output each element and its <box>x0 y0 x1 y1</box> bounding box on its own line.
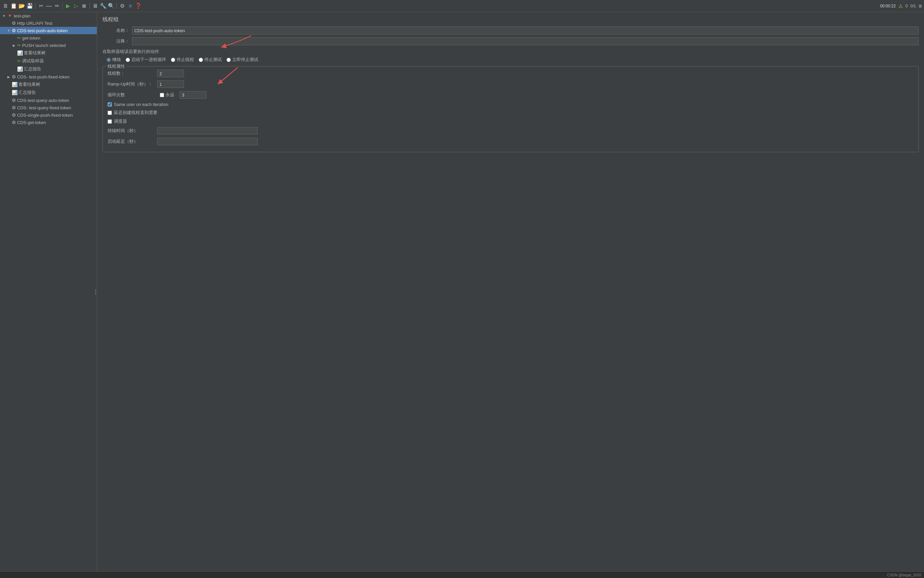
gear-icon: ⚙ <box>12 28 16 33</box>
sep4 <box>117 3 117 10</box>
list-icon[interactable]: ≡ <box>127 2 134 10</box>
sidebar-item-cds-push-fixed[interactable]: ▶ ⚙ CDS- test-push-fixed-token <box>0 73 97 80</box>
comment-row: 注释： <box>102 37 919 45</box>
expand-icon: ▼ <box>2 14 6 18</box>
forever-label[interactable]: 永远 <box>165 92 174 98</box>
sidebar-item-label: 调试取样器 <box>22 58 95 64</box>
thread-props-group: 线程属性 线程数： Ramp-Up时间（秒）： 循环次数 永远 <box>102 66 919 152</box>
same-user-checkbox[interactable] <box>108 102 112 107</box>
chart-icon: 📊 <box>17 50 23 56</box>
help-icon[interactable]: ❓ <box>135 2 142 10</box>
run-selected-icon[interactable]: ▷ <box>72 2 80 10</box>
name-label: 名称： <box>102 28 129 34</box>
function-icon[interactable]: 🔧 <box>99 2 107 10</box>
sidebar-item-view-results2[interactable]: 📊 查看结果树 <box>0 80 97 89</box>
ramp-up-label: Ramp-Up时间（秒）： <box>108 81 154 87</box>
thread-count-row: 线程数： <box>108 70 914 77</box>
remote-icon[interactable]: 🖥 <box>91 2 99 10</box>
delay-thread-label: 延迟创建线程直到需要 <box>114 110 157 116</box>
same-user-label: Same user on each iteration <box>114 102 168 107</box>
search-icon[interactable]: 🔍 <box>108 2 115 10</box>
sidebar-item-test-plan[interactable]: ▼ 🔻 test-plan <box>0 12 97 19</box>
open-icon[interactable]: 📂 <box>18 2 26 10</box>
start-delay-label: 启动延迟（秒） <box>108 138 154 144</box>
duration-row: 持续时间（秒） <box>108 127 914 135</box>
script-icon[interactable]: ✏ <box>53 2 61 10</box>
loop-count-input[interactable] <box>180 91 206 99</box>
sidebar-item-cds-single-push[interactable]: ⚙ CDS-single-push-fixed-token <box>0 111 97 119</box>
new-icon[interactable]: 🗎 <box>2 2 10 10</box>
gear-icon: ⚙ <box>12 97 16 103</box>
error-action-group: 继续 启动下一进程循环 停止线程 停止测试 立即停止测试 <box>102 57 919 63</box>
delay-thread-checkbox[interactable] <box>108 110 112 115</box>
statusbar: CSDN @tiegai_2020 <box>0 571 924 578</box>
sidebar-item-label: Http URL/API Test <box>17 21 95 26</box>
thread-count-input[interactable] <box>157 70 184 77</box>
scheduler-checkbox[interactable] <box>108 119 112 124</box>
expand-icon: ▼ <box>7 29 11 32</box>
name-input[interactable] <box>132 26 919 34</box>
chart-icon: 📊 <box>12 82 18 87</box>
sidebar-item-cds-query-auto[interactable]: ⚙ CDS-test-query-auto-token <box>0 97 97 104</box>
main-area: ▼ 🔻 test-plan ⚙ Http URL/API Test ▼ ⚙ CD… <box>0 12 924 571</box>
run-icon[interactable]: ▶ <box>64 2 72 10</box>
sidebar-splitter[interactable] <box>94 12 97 571</box>
debug-icon: ✏ <box>17 58 21 64</box>
template-icon[interactable]: 📋 <box>10 2 18 10</box>
sidebar-item-debug1[interactable]: ✏ 调试取样器 <box>0 57 97 65</box>
scheduler-row[interactable]: 调度器 <box>108 119 914 124</box>
splitter-dots <box>94 12 97 571</box>
chart-icon: 📊 <box>17 67 23 72</box>
gear-icon: ⚙ <box>12 120 16 125</box>
delay-thread-row[interactable]: 延迟创建线程直到需要 <box>108 110 914 116</box>
sidebar-item-cds-push-auto[interactable]: ▼ ⚙ CDS-test-push-auto-token <box>0 27 97 34</box>
statusbar-text: CSDN @tiegai_2020 <box>887 573 921 577</box>
sidebar-item-summary2[interactable]: 📊 汇总报告 <box>0 89 97 97</box>
warning-icon: ⚠ <box>898 3 903 9</box>
gear-icon: ⚙ <box>12 74 16 80</box>
sidebar-item-label: test-plan <box>14 13 95 18</box>
start-delay-input[interactable] <box>157 138 257 145</box>
ramp-up-input[interactable] <box>157 80 184 88</box>
script-icon: ✏ <box>17 42 21 48</box>
duration-input[interactable] <box>157 127 257 135</box>
forever-checkbox[interactable] <box>160 93 164 97</box>
radio-stop-test[interactable]: 停止测试 <box>199 57 222 63</box>
sidebar-item-get-token[interactable]: ✏ get-token <box>0 34 97 42</box>
sidebar-item-label: CDS-test-query-auto-token <box>17 98 95 103</box>
radio-start-next[interactable]: 启动下一进程循环 <box>126 57 166 63</box>
comment-input[interactable] <box>132 37 919 45</box>
sidebar-item-label: CDS-test-push-auto-token <box>17 28 95 33</box>
stop-icon[interactable]: ⏹ <box>81 2 88 10</box>
sidebar-item-view-results1[interactable]: 📊 查看结果树 <box>0 49 97 57</box>
gear-icon: ⚙ <box>12 20 16 26</box>
cut-icon[interactable]: ✂ <box>37 2 45 10</box>
radio-stop-thread[interactable]: 停止线程 <box>171 57 194 63</box>
plan-icon: 🔻 <box>7 13 13 18</box>
radio-stop-test-now-label: 立即停止测试 <box>232 57 258 63</box>
same-user-row[interactable]: Same user on each iteration <box>108 102 914 107</box>
gear-icon: ⚙ <box>12 112 16 118</box>
radio-stop-test-now[interactable]: 立即停止测试 <box>227 57 258 63</box>
warning-count: 0 <box>906 4 908 8</box>
sidebar-item-label: PUSH launch selected <box>22 43 95 48</box>
radio-continue-label: 继续 <box>112 57 121 63</box>
sidebar-item-cds-query-fixed[interactable]: ⚙ CDS- test-query-fixed-token <box>0 104 97 111</box>
sidebar-tree: ▼ 🔻 test-plan ⚙ Http URL/API Test ▼ ⚙ CD… <box>0 12 97 571</box>
sidebar-item-cds-get-token[interactable]: ⚙ CDS-get-token <box>0 119 97 126</box>
content-panel: 线程组 名称： 注释： 在取样器错误后要执行的动作 继续 启动下一进程循环 停止 <box>97 12 924 571</box>
param-icon[interactable]: ⚙ <box>118 2 126 10</box>
sidebar-item-summary1[interactable]: 📊 汇总报告 <box>0 65 97 73</box>
sidebar-item-push-launch[interactable]: ▶ ✏ PUSH launch selected <box>0 42 97 49</box>
toolbar-right: 00:00:22 ⚠ 0 0/1 ⊞ <box>880 3 922 9</box>
sidebar-item-http-test[interactable]: ⚙ Http URL/API Test <box>0 19 97 27</box>
minus-icon[interactable]: — <box>45 2 53 10</box>
forever-checkbox-group: 永远 <box>160 92 174 98</box>
expand-icon[interactable]: ⊞ <box>919 4 922 8</box>
thread-count-label: 线程数： <box>108 70 154 76</box>
sep2 <box>62 3 63 10</box>
sidebar-item-label: get-token <box>22 36 95 41</box>
error-section-label: 在取样器错误后要执行的动作 <box>102 49 919 55</box>
radio-continue[interactable]: 继续 <box>107 57 121 63</box>
save-icon[interactable]: 💾 <box>26 2 34 10</box>
